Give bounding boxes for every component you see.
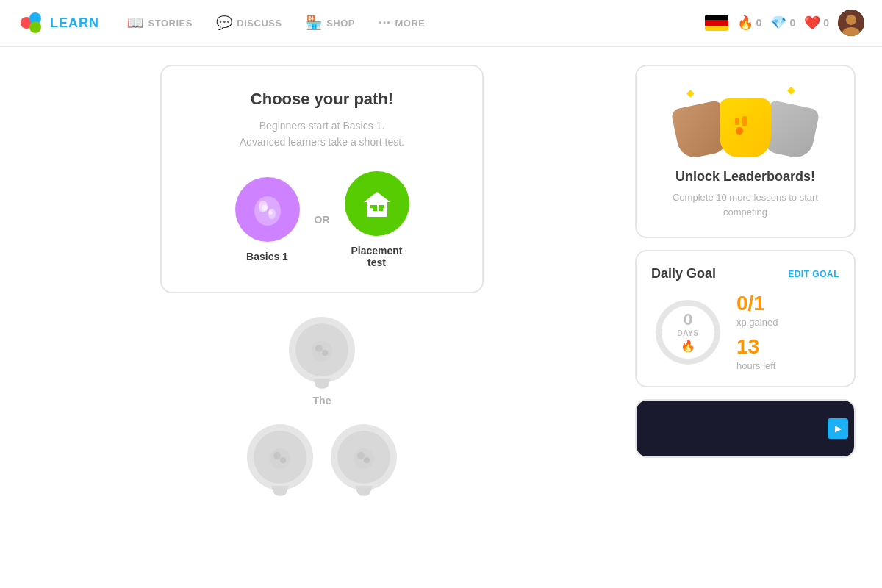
svg-rect-16 (381, 205, 384, 208)
basics-egg-icon (250, 192, 285, 227)
xp-label: xp gained (736, 317, 778, 328)
user-avatar[interactable] (838, 10, 864, 36)
streak-count: 0 (756, 17, 762, 29)
lesson-item-2 (247, 424, 313, 490)
gem-count: 0 (789, 17, 795, 29)
main-content: Choose your path! Beginners start at Bas… (15, 47, 867, 508)
locked-lesson-icon-1 (309, 337, 335, 363)
gold-shield (720, 98, 771, 157)
flag-red-stripe (705, 20, 728, 25)
xp-gained: 0/1 (736, 293, 778, 314)
choose-path-title: Choose your path! (197, 90, 447, 109)
ring-days-number: 0 (678, 312, 699, 328)
daily-goal-header: Daily Goal EDIT GOAL (651, 266, 839, 282)
flag-gold-stripe (705, 26, 728, 31)
stories-icon: 📖 (127, 15, 144, 31)
duolingo-logo-icon (18, 10, 44, 36)
basics-circle (235, 177, 300, 242)
basics-option[interactable]: Basics 1 (235, 177, 300, 262)
ring-days-label: DAYS (678, 329, 699, 337)
shop-icon: 🏪 (306, 15, 323, 31)
svg-rect-15 (370, 205, 373, 208)
lesson-item-3 (331, 424, 397, 490)
svg-point-17 (312, 341, 332, 362)
lesson-bubble-1 (289, 317, 355, 383)
lesson-row-2 (247, 424, 397, 490)
svg-point-25 (364, 457, 370, 463)
more-icon: ··· (379, 15, 391, 31)
flame-icon: 🔥 (737, 15, 753, 31)
nav-right: 🔥 0 💎 0 ❤️ 0 (705, 10, 864, 36)
progress-ring: 0 DAYS 🔥 (651, 295, 725, 369)
lessons-section: The (26, 317, 617, 490)
daily-goal-card: Daily Goal EDIT GOAL 0 DAYS 🔥 0/1 (635, 250, 856, 387)
svg-point-22 (280, 457, 286, 463)
avatar-icon (838, 10, 864, 36)
lesson-bubble-3 (331, 424, 397, 490)
lesson-bubble-inner-1 (295, 323, 348, 376)
ad-play-button[interactable]: ▶ (828, 418, 848, 439)
sparkle-1: ◆ (686, 87, 695, 98)
flag-black-stripe (705, 15, 728, 20)
nav-item-more[interactable]: ··· MORE (368, 10, 436, 37)
svg-point-4 (846, 15, 856, 25)
svg-point-18 (315, 345, 323, 352)
daily-goal-body: 0 DAYS 🔥 0/1 xp gained 13 hours left (651, 293, 839, 371)
lesson-item-1: The (289, 317, 355, 406)
svg-point-6 (254, 196, 281, 226)
svg-point-10 (268, 210, 273, 215)
path-options: Basics 1 OR P (197, 171, 447, 268)
locked-lesson-icon-2 (267, 444, 293, 470)
gem-stat[interactable]: 💎 0 (770, 15, 795, 31)
nav-item-stories[interactable]: 📖 STORIES (117, 9, 203, 37)
ad-card: ▶ (635, 399, 856, 458)
lesson-bubble-inner-3 (337, 431, 390, 484)
daily-goal-title: Daily Goal (651, 266, 716, 282)
left-column: Choose your path! Beginners start at Bas… (26, 65, 617, 490)
lesson-bubble-2 (247, 424, 313, 490)
stories-label: STORIES (148, 18, 193, 29)
navbar: LEARN 📖 STORIES 💬 DISCUSS 🏪 SHOP ··· MOR… (0, 0, 882, 47)
trophy-area: ◆ ◆ ◆ (651, 84, 839, 157)
svg-point-21 (273, 452, 281, 459)
edit-goal-link[interactable]: EDIT GOAL (788, 269, 839, 279)
heart-count: 0 (823, 17, 829, 29)
svg-point-9 (262, 205, 268, 211)
svg-point-19 (322, 350, 328, 356)
discuss-label: DISCUSS (237, 18, 282, 29)
placement-option[interactable]: Placement test (345, 171, 409, 268)
shop-label: SHOP (326, 18, 355, 29)
leaderboard-title: Unlock Leaderboards! (651, 169, 839, 184)
svg-point-20 (270, 448, 290, 469)
nav-items: 📖 STORIES 💬 DISCUSS 🏪 SHOP ··· MORE (117, 9, 699, 37)
choose-path-subtitle: Beginners start at Basics 1. Advanced le… (197, 118, 447, 151)
bronze-shield-icon (686, 115, 715, 146)
discuss-icon: 💬 (216, 15, 233, 31)
gem-icon: 💎 (770, 15, 786, 31)
right-column: ◆ ◆ ◆ Unlock Leaderboards! C (635, 65, 856, 490)
brand-label: LEARN (50, 15, 99, 31)
ring-center: 0 DAYS 🔥 (678, 312, 699, 353)
sparkle-2: ◆ (787, 84, 795, 96)
language-flag[interactable] (705, 15, 728, 31)
svg-rect-26 (735, 118, 739, 125)
placement-building-icon (359, 186, 395, 221)
svg-rect-13 (373, 205, 377, 211)
basics-label: Basics 1 (246, 251, 288, 262)
nav-item-discuss[interactable]: 💬 DISCUSS (206, 9, 293, 37)
svg-rect-27 (742, 116, 747, 126)
nav-logo[interactable]: LEARN (18, 10, 99, 36)
lesson-bubble-inner-2 (254, 431, 306, 484)
svg-point-2 (29, 21, 41, 33)
streak-stat[interactable]: 🔥 0 (737, 15, 762, 31)
svg-point-28 (736, 127, 743, 135)
svg-point-23 (354, 448, 374, 469)
nav-item-shop[interactable]: 🏪 SHOP (295, 9, 365, 37)
heart-stat[interactable]: ❤️ 0 (804, 15, 829, 31)
leaderboard-card: ◆ ◆ ◆ Unlock Leaderboards! C (635, 65, 856, 238)
hours-left: 13 (736, 337, 778, 357)
placement-label: Placement test (351, 245, 402, 268)
leaderboard-subtitle: Complete 10 more lessons to start compet… (651, 190, 839, 219)
lesson-label-1: The (313, 395, 331, 406)
svg-marker-12 (364, 192, 390, 202)
